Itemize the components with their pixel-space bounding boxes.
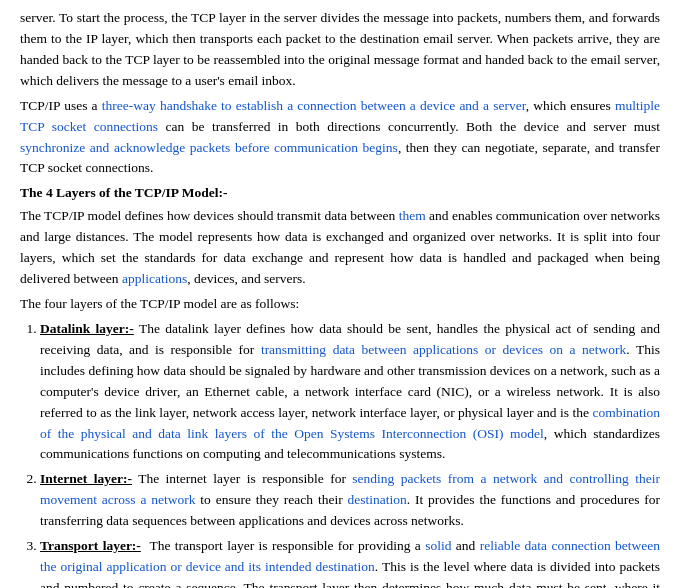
solid-link[interactable]: solid [425, 538, 451, 553]
section-heading: The 4 Layers of the TCP/IP Model:- [20, 183, 660, 204]
four-layers-intro: The four layers of the TCP/IP model are … [20, 294, 660, 315]
list-item-internet: Internet layer:- The internet layer is r… [40, 469, 660, 532]
page-content: server. To start the process, the TCP la… [0, 0, 680, 588]
three-way-link[interactable]: three-way handshake to establish a conne… [102, 98, 526, 113]
intro-paragraph: server. To start the process, the TCP la… [20, 8, 660, 92]
text-them: them [555, 10, 582, 25]
combination-link[interactable]: combination of the physical and data lin… [40, 405, 660, 441]
them-link[interactable]: them [399, 208, 426, 223]
layers-list: Datalink layer:- The datalink layer defi… [40, 319, 660, 588]
datalink-label: Datalink layer:- [40, 321, 134, 336]
tcp-handshake-paragraph: TCP/IP uses a three-way handshake to est… [20, 96, 660, 180]
list-item-datalink: Datalink layer:- The datalink layer defi… [40, 319, 660, 465]
synchronize-link[interactable]: synchronize and acknowledge packets befo… [20, 140, 398, 155]
applications-link[interactable]: applications [122, 271, 187, 286]
transmitting-link[interactable]: transmitting data between applications o… [261, 342, 626, 357]
list-item-transport: Transport layer:- The transport layer is… [40, 536, 660, 588]
destination-link[interactable]: destination [348, 492, 407, 507]
internet-label: Internet layer:- [40, 471, 132, 486]
transport-label: Transport layer:- [40, 538, 141, 553]
model-description-paragraph: The TCP/IP model defines how devices sho… [20, 206, 660, 290]
